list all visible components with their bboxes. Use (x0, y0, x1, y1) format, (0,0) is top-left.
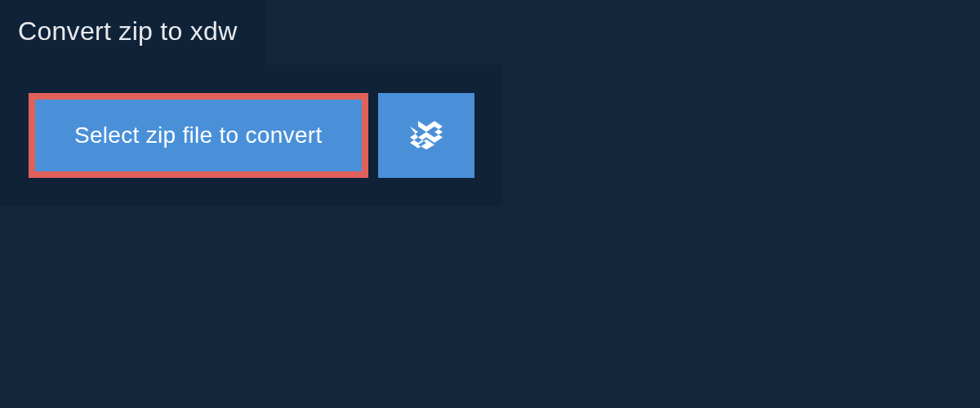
page-title: Convert zip to xdw (0, 0, 266, 64)
select-file-button[interactable]: Select zip file to convert (29, 93, 368, 178)
dropbox-icon (410, 118, 443, 153)
dropbox-button[interactable] (378, 93, 474, 178)
select-file-label: Select zip file to convert (74, 122, 323, 149)
page-title-text: Convert zip to xdw (18, 16, 238, 46)
upload-panel: Select zip file to convert (0, 64, 503, 206)
